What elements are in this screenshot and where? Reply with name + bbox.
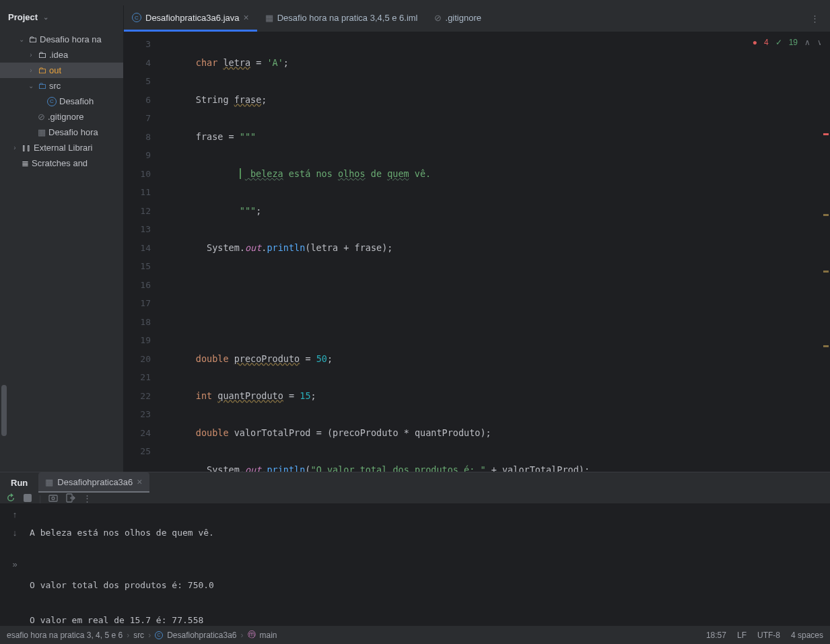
close-icon[interactable]: × [243, 12, 248, 23]
method-icon: ⓜ [248, 629, 256, 641]
tree-root[interactable]: ⌄ 🗀 Desafio hora na [0, 32, 123, 47]
application-icon: ▦ [45, 477, 53, 487]
run-tabs: Run ▦ Desafiohpratica3a6 × [0, 472, 830, 493]
status-position[interactable]: 18:57 [706, 631, 726, 640]
project-panel-title: Project [8, 12, 38, 22]
tab-label: Desafio hora na pratica 3,4,5 e 6.iml [277, 13, 418, 23]
tree-item-iml[interactable]: ▦ Desafio hora [0, 124, 123, 140]
breadcrumb[interactable]: esafio hora na pratica 3, 4, 5 e 6 › src… [7, 629, 706, 641]
chevron-down-icon: ⌄ [42, 13, 50, 21]
rerun-icon[interactable] [5, 493, 16, 503]
chevron-right-icon[interactable]: › [11, 144, 19, 151]
line-gutter[interactable]: 345678910111213141516171819202122232425 [124, 32, 160, 472]
tree-item-out[interactable]: › 🗀 out [0, 63, 123, 78]
tree-external-libraries[interactable]: › ⫿⫿ External Librari [0, 140, 123, 155]
chevron-right-icon[interactable]: › [27, 51, 35, 59]
more-icon[interactable]: ⋮ [83, 493, 92, 503]
wrap-icon[interactable]: » [12, 559, 17, 569]
warning-marker[interactable] [823, 271, 829, 273]
chevron-right-icon[interactable]: › [27, 67, 35, 74]
folder-icon: 🗀 [28, 34, 37, 44]
project-panel-header[interactable]: Project ⌄ [0, 5, 123, 29]
run-tab-label: Desafiohpratica3a6 [57, 477, 133, 487]
java-class-icon: C [47, 97, 57, 106]
project-tree[interactable]: ⌄ 🗀 Desafio hora na › 🗀 .idea › 🗀 out ⌄ … [0, 29, 123, 472]
svg-rect-0 [24, 494, 32, 502]
code-area[interactable]: char letra = 'A'; String frase; frase = … [160, 32, 821, 472]
status-encoding[interactable]: UTF-8 [757, 631, 780, 640]
down-icon[interactable]: ↓ [13, 528, 18, 538]
output-line: O valor total dos produtos é: 750.0 [30, 577, 830, 594]
editor-body[interactable]: ● 4 ✓ 19 ∧ ∨ 345678910111213141516171819… [124, 32, 830, 472]
error-marker[interactable] [823, 133, 829, 135]
folder-icon: 🗀 [38, 50, 46, 60]
screenshot-icon[interactable] [48, 493, 59, 503]
tree-item-src[interactable]: ⌄ 🗀 src [0, 78, 123, 94]
project-sidebar: Project ⌄ ⌄ 🗀 Desafio hora na › 🗀 .idea … [0, 5, 124, 472]
tree-label: out [49, 65, 61, 75]
tree-item-java-file[interactable]: C Desafioh [0, 94, 123, 109]
main-area: Project ⌄ ⌄ 🗀 Desafio hora na › 🗀 .idea … [0, 5, 830, 472]
folder-icon: 🗀 [38, 81, 46, 91]
file-icon: ▦ [265, 13, 273, 23]
breadcrumb-item[interactable]: src [133, 631, 144, 640]
error-stripe[interactable] [821, 32, 830, 472]
run-panel-title[interactable]: Run [5, 478, 33, 488]
tab-label: .gitignore [446, 13, 481, 23]
chevron-right-icon: › [241, 631, 244, 640]
status-indent[interactable]: 4 spaces [791, 631, 823, 640]
java-class-icon: C [132, 13, 141, 22]
tree-label: External Librari [34, 143, 92, 153]
output-line: A beleza está nos olhos de quem vê. [30, 524, 830, 542]
chevron-down-icon[interactable]: ⌄ [18, 36, 26, 43]
gitignore-icon: ⊘ [434, 13, 442, 23]
sidebar-scrollbar[interactable] [1, 385, 7, 436]
svg-point-2 [52, 497, 55, 500]
gitignore-icon: ⊘ [38, 112, 45, 122]
breadcrumb-item[interactable]: esafio hora na pratica 3, 4, 5 e 6 [7, 631, 123, 640]
breadcrumb-item[interactable]: main [260, 631, 277, 640]
editor-tabs: C Desafiohpratica3a6.java × ▦ Desafio ho… [124, 5, 830, 32]
close-icon[interactable]: × [137, 476, 142, 487]
exit-icon[interactable] [65, 493, 76, 503]
tab-label: Desafiohpratica3a6.java [145, 13, 239, 23]
scratches-icon: ≣ [22, 158, 29, 168]
tree-item-gitignore[interactable]: ⊘ .gitignore [0, 109, 123, 124]
run-config-tab[interactable]: ▦ Desafiohpratica3a6 × [38, 472, 149, 493]
stop-icon[interactable] [23, 493, 32, 503]
tab-iml[interactable]: ▦ Desafio hora na pratica 3,4,5 e 6.iml [257, 5, 426, 32]
breadcrumb-item[interactable]: Desafiohpratica3a6 [167, 631, 236, 640]
java-class-icon: C [155, 631, 163, 639]
run-body: ↑ ↓ » A beleza está nos olhos de quem vê… [0, 504, 830, 644]
tab-java[interactable]: C Desafiohpratica3a6.java × [124, 5, 257, 32]
warning-marker[interactable] [823, 345, 829, 347]
svg-rect-1 [49, 495, 57, 501]
up-icon[interactable]: ↑ [13, 509, 18, 520]
title-bar [0, 0, 830, 5]
tree-item-idea[interactable]: › 🗀 .idea [0, 47, 123, 63]
folder-icon: 🗀 [38, 65, 46, 75]
run-toolbar: | ⋮ [0, 493, 830, 504]
file-icon: ▦ [38, 127, 46, 137]
status-right: 18:57 LF UTF-8 4 spaces [706, 631, 823, 640]
status-bar: esafio hora na pratica 3, 4, 5 e 6 › src… [0, 625, 830, 644]
tree-label: src [49, 81, 61, 91]
tab-gitignore[interactable]: ⊘ .gitignore [426, 5, 489, 32]
console-output[interactable]: A beleza está nos olhos de quem vê. O va… [30, 504, 830, 644]
chevron-right-icon: › [148, 631, 151, 640]
chevron-down-icon[interactable]: ⌄ [27, 82, 35, 90]
run-side-toolbar: ↑ ↓ » [0, 504, 30, 644]
tree-label: Scratches and [32, 158, 88, 168]
tree-label: Desafioh [59, 96, 94, 106]
editor-area: C Desafiohpratica3a6.java × ▦ Desafio ho… [124, 5, 830, 472]
library-icon: ⫿⫿ [22, 143, 31, 153]
tree-scratches[interactable]: ≣ Scratches and [0, 155, 123, 171]
tree-label: .idea [49, 50, 68, 60]
tabs-more-icon[interactable]: ⋮ [805, 13, 825, 24]
tree-label: .gitignore [48, 112, 83, 122]
status-line-sep[interactable]: LF [737, 631, 747, 640]
run-panel: Run ▦ Desafiohpratica3a6 × | ⋮ ↑ ↓ » A b… [0, 472, 830, 625]
chevron-right-icon: › [127, 631, 129, 640]
warning-marker[interactable] [823, 214, 829, 216]
tree-label: Desafio hora [48, 127, 98, 137]
